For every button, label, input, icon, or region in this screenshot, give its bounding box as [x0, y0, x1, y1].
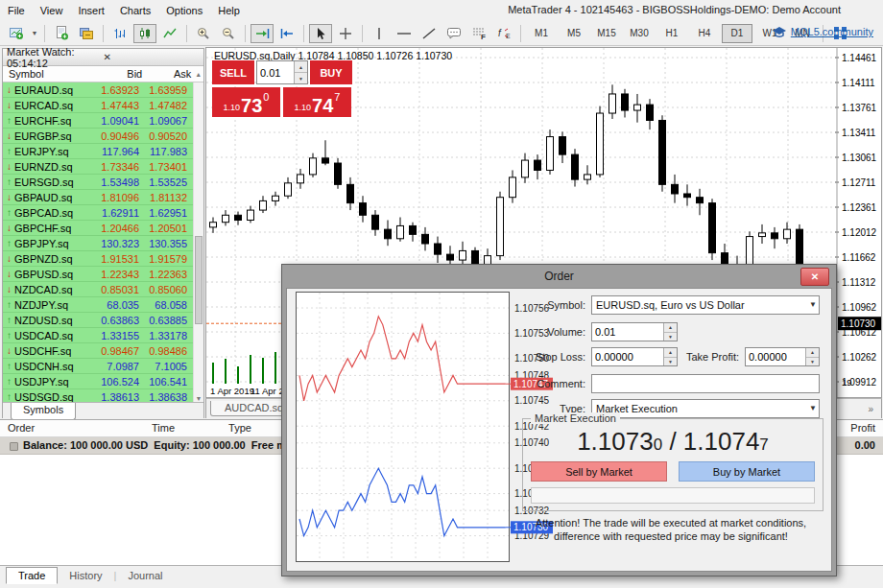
- comment-input[interactable]: [592, 375, 817, 392]
- zoom-out-button[interactable]: [217, 24, 240, 43]
- column-type[interactable]: Type: [211, 422, 269, 434]
- spinner-down-icon[interactable]: ▼: [806, 358, 819, 366]
- chart-shift-button[interactable]: [275, 24, 298, 43]
- indicators-button[interactable]: fE: [492, 24, 515, 43]
- market-watch-row[interactable]: ↓EURCAD.sq1.474431.47482: [3, 98, 203, 113]
- buy-price-box[interactable]: 1.10 74 7: [283, 87, 351, 117]
- sell-price-box[interactable]: 1.10 73 0: [212, 87, 280, 117]
- timeframe-m15[interactable]: M15: [591, 24, 622, 43]
- cursor-button[interactable]: [309, 24, 332, 43]
- collapse-icon[interactable]: [10, 442, 18, 451]
- volume-input[interactable]: [257, 61, 297, 83]
- tabs-overflow-icon[interactable]: »: [868, 404, 873, 414]
- zoom-in-button[interactable]: [192, 24, 215, 43]
- column-symbol[interactable]: Symbol: [3, 68, 89, 80]
- buy-by-market-button[interactable]: Buy by Market: [679, 461, 815, 482]
- trend-line-button[interactable]: [418, 24, 441, 43]
- market-watch-row[interactable]: ↓EURAUD.sq1.639231.63959: [3, 82, 203, 98]
- new-chart-dropdown[interactable]: ▼: [30, 24, 39, 43]
- market-watch-row[interactable]: ↓EURGBP.sq0.904960.90520: [3, 129, 203, 144]
- market-watch-row[interactable]: ↓GBPAUD.sq1.810961.81132: [3, 190, 203, 205]
- timeframe-m5[interactable]: M5: [559, 24, 589, 43]
- menu-help[interactable]: Help: [210, 2, 248, 19]
- close-icon[interactable]: ✕: [102, 52, 201, 62]
- take-profit-input[interactable]: [746, 348, 807, 365]
- timeframe-h1[interactable]: H1: [656, 24, 687, 43]
- crosshair-button[interactable]: [334, 24, 357, 43]
- market-watch-row[interactable]: ↑USDCNH.sq7.09877.1005: [3, 359, 203, 374]
- buy-button[interactable]: BUY: [310, 60, 352, 84]
- comment-field[interactable]: [591, 374, 820, 393]
- order-type-select[interactable]: Market Execution ▼: [591, 399, 820, 418]
- market-watch-row[interactable]: ↑EURSGD.sq1.534981.53525: [3, 175, 203, 190]
- market-watch-row[interactable]: ↑USDCAD.sq1.331551.33178: [3, 328, 203, 343]
- column-ask[interactable]: Ask: [142, 68, 193, 80]
- spinner-down-icon[interactable]: ▼: [295, 73, 307, 83]
- take-profit-field[interactable]: ▲▼: [745, 347, 820, 366]
- vertical-line-button[interactable]: [368, 24, 391, 43]
- ask-cell: 1.53525: [139, 176, 189, 188]
- column-profit[interactable]: Profit: [850, 422, 875, 434]
- line-chart-button[interactable]: [158, 24, 181, 43]
- column-bid[interactable]: Bid: [89, 68, 142, 80]
- market-watch-row[interactable]: ↓GBPUSD.sq1.223431.22363: [3, 267, 203, 282]
- horizontal-line-button[interactable]: [393, 24, 416, 43]
- spinner-up-icon[interactable]: ▲: [806, 348, 819, 358]
- market-watch-row[interactable]: ↑USDJPY.sq106.524106.541: [3, 374, 203, 389]
- new-order-button[interactable]: [75, 24, 98, 43]
- volume-spinner[interactable]: ▲▼: [294, 61, 307, 83]
- tab-trade[interactable]: Trade: [6, 567, 58, 584]
- tab-journal[interactable]: Journal: [116, 568, 174, 583]
- market-watch-row[interactable]: ↑USDSGD.sq1.386131.38638: [3, 389, 203, 402]
- market-watch-row[interactable]: ↑NZDJPY.sq68.03568.058: [3, 297, 203, 313]
- spinner-down-icon[interactable]: ▼: [664, 333, 677, 341]
- menu-insert[interactable]: Insert: [70, 2, 112, 19]
- candlestick-chart-button[interactable]: [133, 24, 156, 43]
- bar-chart-button[interactable]: [108, 24, 131, 43]
- scroll-down-icon[interactable]: ▼: [194, 395, 203, 402]
- market-watch-row[interactable]: ↑GBPJPY.sq130.323130.355: [3, 236, 203, 251]
- tab-symbols[interactable]: Symbols: [11, 403, 76, 420]
- sell-price-prefix: 1.10: [224, 103, 241, 112]
- menu-view[interactable]: View: [33, 2, 71, 19]
- spinner-up-icon[interactable]: ▲: [664, 323, 677, 333]
- sell-by-market-button[interactable]: Sell by Market: [531, 461, 667, 482]
- volume-input[interactable]: [592, 323, 665, 341]
- market-watch-row[interactable]: ↑NZDUSD.sq0.638630.63885: [3, 313, 203, 328]
- market-watch-row[interactable]: ↓EURNZD.sq1.733461.73401: [3, 159, 203, 175]
- market-watch-row[interactable]: ↓GBPNZD.sq1.915311.91579: [3, 251, 203, 267]
- symbol-select[interactable]: EURUSD.sq, Euro vs US Dollar ▼: [591, 295, 820, 315]
- menu-file[interactable]: File: [0, 2, 33, 19]
- new-chart-button[interactable]: [5, 24, 28, 43]
- column-time[interactable]: Time: [134, 422, 192, 434]
- scroll-up-icon[interactable]: ▲: [193, 71, 203, 78]
- market-watch-scrollbar[interactable]: ▼: [193, 82, 203, 402]
- spinner-up-icon[interactable]: ▲: [295, 61, 307, 73]
- sell-button[interactable]: SELL: [212, 60, 254, 84]
- market-watch-row[interactable]: ↑EURCHF.sq1.090411.09067: [3, 113, 203, 129]
- menu-charts[interactable]: Charts: [112, 2, 158, 19]
- text-label-button[interactable]: [442, 24, 465, 43]
- profiles-button[interactable]: [50, 24, 73, 43]
- tab-history[interactable]: History: [58, 568, 113, 583]
- auto-scroll-button[interactable]: [251, 24, 274, 43]
- market-watch-row[interactable]: ↓GBPCHF.sq1.204661.20501: [3, 221, 203, 236]
- volume-stepper[interactable]: ▲▼: [256, 60, 308, 84]
- mql5-community-link[interactable]: MQL5.community: [791, 26, 873, 37]
- volume-spinner[interactable]: ▲▼: [663, 323, 677, 341]
- timeframe-d1[interactable]: D1: [722, 24, 752, 43]
- volume-field[interactable]: ▲▼: [591, 322, 678, 341]
- market-watch-row[interactable]: ↑EURJPY.sq117.964117.983: [3, 144, 203, 159]
- scrollbar-thumb[interactable]: [195, 236, 203, 324]
- menu-options[interactable]: Options: [158, 2, 210, 19]
- timeframe-h4[interactable]: H4: [689, 24, 720, 43]
- market-watch-row[interactable]: ↓USDCHF.sq0.984670.98486: [3, 343, 203, 359]
- fibonacci-button[interactable]: F: [467, 24, 490, 43]
- timeframe-m1[interactable]: M1: [526, 24, 557, 43]
- market-watch-row[interactable]: ↓NZDCAD.sq0.850310.85060: [3, 282, 203, 297]
- market-watch-row[interactable]: ↑GBPCAD.sq1.629111.62951: [3, 205, 203, 221]
- timeframe-m30[interactable]: M30: [624, 24, 655, 43]
- column-order[interactable]: Order: [8, 422, 35, 434]
- take-profit-spinner[interactable]: ▲▼: [805, 348, 819, 365]
- dialog-close-button[interactable]: ✕: [800, 268, 829, 286]
